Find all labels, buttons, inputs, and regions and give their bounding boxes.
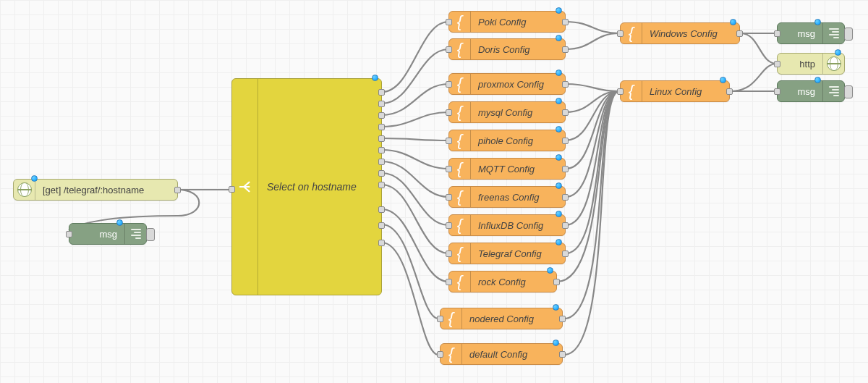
port-out[interactable] [562, 109, 569, 116]
debug-toggle-button[interactable] [844, 85, 853, 98]
port-out[interactable] [736, 30, 743, 37]
port-in[interactable] [446, 19, 452, 25]
port-in[interactable] [774, 30, 780, 37]
node-config-proxmox[interactable]: { proxmox Config [448, 73, 566, 95]
port-out[interactable] [562, 81, 569, 88]
port-out[interactable] [726, 88, 733, 95]
curly-icon: { [621, 81, 642, 101]
node-http-response[interactable]: http [777, 53, 845, 75]
node-debug-top[interactable]: msg [777, 22, 845, 44]
status-dot [556, 182, 562, 189]
node-linux-config-label: Linux Config [642, 86, 729, 97]
port-in[interactable] [446, 138, 452, 144]
node-windows-config[interactable]: { Windows Config [620, 22, 740, 44]
flow-canvas[interactable]: [get] /telegraf/:hostname msg Select on … [0, 0, 868, 383]
port-in[interactable] [774, 61, 780, 67]
port-in[interactable] [446, 166, 452, 172]
port-in[interactable] [446, 251, 452, 257]
node-config-mysql[interactable]: { mysql Config [448, 101, 566, 123]
node-config-label: InfluxDB Config [471, 220, 565, 231]
port-out[interactable] [562, 194, 569, 201]
node-http-in[interactable]: [get] /telegraf/:hostname [13, 179, 178, 201]
port-in[interactable] [617, 88, 624, 95]
port-out-11[interactable] [378, 222, 385, 229]
port-in[interactable] [437, 351, 443, 358]
node-windows-config-label: Windows Config [642, 28, 739, 39]
port-out-12[interactable] [378, 240, 385, 246]
port-in[interactable] [437, 316, 443, 322]
curly-icon: { [449, 187, 471, 207]
status-dot [556, 7, 562, 14]
port-out[interactable] [559, 316, 566, 322]
port-out-6[interactable] [378, 147, 385, 153]
port-out-5[interactable] [378, 135, 385, 142]
status-dot [720, 77, 726, 83]
status-dot [547, 267, 553, 274]
node-linux-config[interactable]: { Linux Config [620, 80, 730, 102]
node-config-nodered[interactable]: { nodered Config [440, 308, 563, 329]
debug-toggle-button[interactable] [844, 28, 853, 41]
port-out[interactable] [174, 187, 181, 193]
port-out[interactable] [562, 166, 569, 172]
port-out-3[interactable] [378, 112, 385, 119]
node-config-doris[interactable]: { Doris Config [448, 38, 566, 60]
port-out[interactable] [562, 222, 569, 229]
bars-icon [124, 224, 146, 244]
port-in[interactable] [66, 231, 72, 237]
port-out[interactable] [553, 279, 560, 285]
node-config-influxdb[interactable]: { InfluxDB Config [448, 214, 566, 236]
port-out-10[interactable] [378, 206, 385, 213]
curly-icon: { [449, 39, 471, 59]
debug-toggle-button[interactable] [146, 228, 155, 241]
curly-icon: { [449, 159, 471, 179]
status-dot [730, 19, 736, 25]
node-switch[interactable]: Select on hostname [231, 78, 382, 295]
status-dot [556, 211, 562, 217]
status-dot [372, 75, 378, 81]
status-dot [835, 49, 841, 56]
status-dot [553, 304, 559, 311]
port-out[interactable] [562, 138, 569, 144]
bars-icon [822, 23, 844, 43]
port-in[interactable] [446, 109, 452, 116]
curly-icon: { [449, 130, 471, 151]
port-out-1[interactable] [378, 89, 385, 96]
port-in[interactable] [446, 194, 452, 201]
status-dot [814, 19, 821, 25]
port-out-8[interactable] [378, 170, 385, 177]
port-out[interactable] [562, 46, 569, 53]
port-in[interactable] [617, 30, 624, 37]
curly-icon: { [449, 102, 471, 122]
port-in[interactable] [446, 81, 452, 88]
node-http-in-label: [get] /telegraf/:hostname [35, 185, 177, 195]
port-out-9[interactable] [378, 182, 385, 188]
node-config-poki[interactable]: { Poki Config [448, 11, 566, 33]
curly-icon: { [449, 243, 471, 264]
node-config-telegraf[interactable]: { Telegraf Config [448, 243, 566, 264]
node-config-label: mysql Config [471, 107, 565, 118]
node-debug-bottom[interactable]: msg [777, 80, 845, 102]
port-in[interactable] [446, 222, 452, 229]
port-out[interactable] [559, 351, 566, 358]
node-debug-left[interactable]: msg [69, 223, 147, 245]
port-out[interactable] [562, 19, 569, 25]
node-config-mqtt[interactable]: { MQTT Config [448, 158, 566, 180]
port-out-7[interactable] [378, 159, 385, 165]
port-in[interactable] [774, 88, 780, 95]
port-in[interactable] [446, 279, 452, 285]
node-config-pihole[interactable]: { pihole Config [448, 130, 566, 151]
status-dot [31, 175, 38, 182]
port-in[interactable] [229, 186, 235, 193]
status-dot [116, 219, 123, 226]
port-in[interactable] [446, 46, 452, 53]
curly-icon: { [449, 272, 471, 292]
port-out-2[interactable] [378, 101, 385, 107]
node-config-freenas[interactable]: { freenas Config [448, 186, 566, 208]
node-config-rock[interactable]: { rock Config [448, 271, 557, 292]
node-config-label: Poki Config [471, 17, 565, 28]
node-config-default[interactable]: { default Config [440, 343, 563, 365]
curly-icon: { [621, 23, 642, 43]
port-out-4[interactable] [378, 124, 385, 130]
globe-icon [822, 54, 844, 74]
port-out[interactable] [562, 251, 569, 257]
